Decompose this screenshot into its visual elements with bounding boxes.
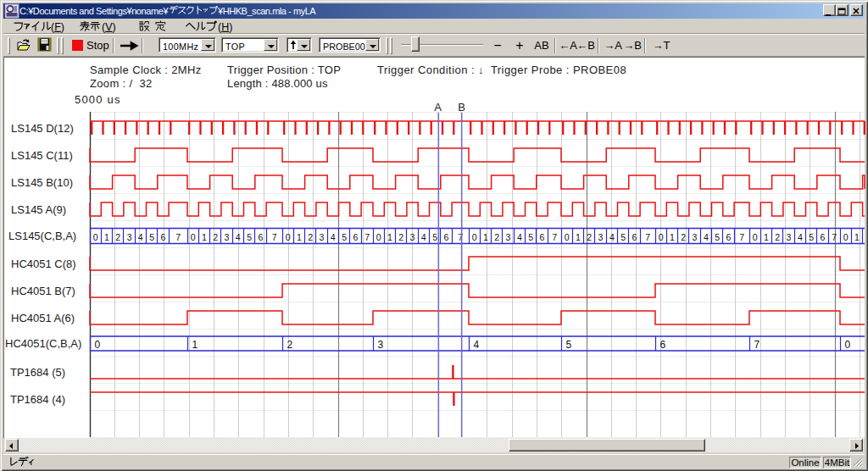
svg-text:3: 3	[127, 232, 132, 242]
svg-text:4: 4	[474, 339, 480, 351]
svg-text:HC4051 A(6): HC4051 A(6)	[11, 312, 75, 324]
svg-text:LS145(C,B,A): LS145(C,B,A)	[8, 230, 76, 242]
svg-text:3: 3	[787, 232, 792, 242]
svg-text:7: 7	[552, 232, 557, 242]
svg-text:A: A	[434, 101, 442, 114]
svg-text:1: 1	[576, 232, 581, 242]
svg-text:TP1684 (5): TP1684 (5)	[10, 366, 65, 379]
svg-text:7: 7	[754, 339, 760, 351]
svg-text:1: 1	[670, 232, 675, 242]
svg-text:2: 2	[775, 232, 780, 242]
svg-text:1: 1	[202, 232, 207, 242]
svg-text:1: 1	[192, 339, 198, 351]
svg-text:4: 4	[609, 232, 615, 242]
svg-text:0: 0	[472, 232, 477, 242]
svg-text:LS145 B(10): LS145 B(10)	[11, 176, 73, 189]
svg-text:4: 4	[798, 232, 803, 242]
svg-text:1: 1	[854, 232, 860, 242]
svg-text:1: 1	[387, 232, 392, 242]
svg-text:2: 2	[213, 232, 218, 242]
svg-text:LS145 C(11): LS145 C(11)	[11, 149, 73, 162]
svg-text:7: 7	[364, 232, 370, 242]
svg-text:7: 7	[739, 232, 744, 242]
svg-text:4: 4	[704, 232, 709, 242]
svg-text:5: 5	[715, 232, 720, 242]
svg-text:7: 7	[175, 232, 181, 242]
svg-text:0: 0	[376, 232, 381, 242]
svg-text:LS145 A(9): LS145 A(9)	[11, 203, 66, 216]
svg-text:2: 2	[681, 232, 686, 242]
svg-text:6: 6	[353, 232, 358, 242]
svg-text:1: 1	[764, 232, 769, 242]
svg-text:7: 7	[832, 232, 837, 242]
svg-text:B: B	[458, 101, 465, 114]
svg-text:6: 6	[443, 232, 448, 242]
svg-text:6: 6	[539, 232, 544, 242]
svg-text:0: 0	[753, 232, 758, 242]
svg-text:5: 5	[528, 232, 533, 242]
svg-text:6: 6	[161, 232, 166, 242]
svg-text:1: 1	[297, 232, 302, 242]
svg-text:4: 4	[421, 232, 426, 242]
svg-text:0: 0	[845, 339, 851, 351]
svg-text:6: 6	[632, 232, 637, 242]
svg-text:2: 2	[308, 232, 313, 242]
svg-text:2: 2	[587, 232, 592, 242]
svg-text:5: 5	[342, 232, 347, 242]
svg-text:2: 2	[287, 339, 293, 351]
svg-text:2: 2	[115, 232, 120, 242]
svg-text:6: 6	[726, 232, 731, 242]
svg-text:5: 5	[566, 339, 572, 351]
svg-text:7: 7	[458, 232, 463, 242]
svg-text:6: 6	[660, 339, 666, 351]
svg-text:6: 6	[258, 232, 263, 242]
svg-text:5: 5	[149, 232, 154, 242]
svg-text:2: 2	[494, 232, 499, 242]
svg-text:3: 3	[693, 232, 698, 242]
svg-text:3: 3	[598, 232, 604, 242]
svg-text:HC4051 C(8): HC4051 C(8)	[11, 258, 76, 270]
svg-text:TP1684 (4): TP1684 (4)	[10, 393, 65, 406]
svg-text:5: 5	[432, 232, 437, 242]
svg-text:HC4051 B(7): HC4051 B(7)	[11, 285, 75, 297]
svg-text:0: 0	[93, 232, 98, 242]
svg-text:2: 2	[398, 232, 403, 242]
svg-text:5: 5	[247, 232, 252, 242]
svg-text:3: 3	[410, 232, 415, 242]
svg-text:4: 4	[517, 232, 522, 242]
svg-text:4: 4	[236, 232, 241, 242]
svg-text:4: 4	[331, 232, 336, 242]
svg-text:3: 3	[225, 232, 230, 242]
svg-text:0: 0	[95, 339, 101, 351]
svg-text:5: 5	[620, 232, 626, 242]
svg-text:7: 7	[272, 232, 277, 242]
svg-text:5: 5	[809, 232, 814, 242]
svg-text:HC4051(C,B,A): HC4051(C,B,A)	[5, 337, 81, 350]
svg-text:3: 3	[320, 232, 325, 242]
svg-text:LS145 D(12): LS145 D(12)	[11, 122, 74, 135]
svg-text:0: 0	[191, 232, 196, 242]
svg-text:7: 7	[645, 232, 650, 242]
svg-text:1: 1	[104, 232, 109, 242]
svg-text:3: 3	[378, 339, 384, 351]
svg-text:0: 0	[843, 232, 849, 242]
svg-text:0: 0	[286, 232, 291, 242]
svg-text:6: 6	[820, 232, 825, 242]
svg-text:4: 4	[138, 232, 143, 242]
svg-text:0: 0	[565, 232, 570, 242]
svg-text:0: 0	[659, 232, 664, 242]
svg-text:3: 3	[506, 232, 511, 242]
svg-text:1: 1	[483, 232, 488, 242]
